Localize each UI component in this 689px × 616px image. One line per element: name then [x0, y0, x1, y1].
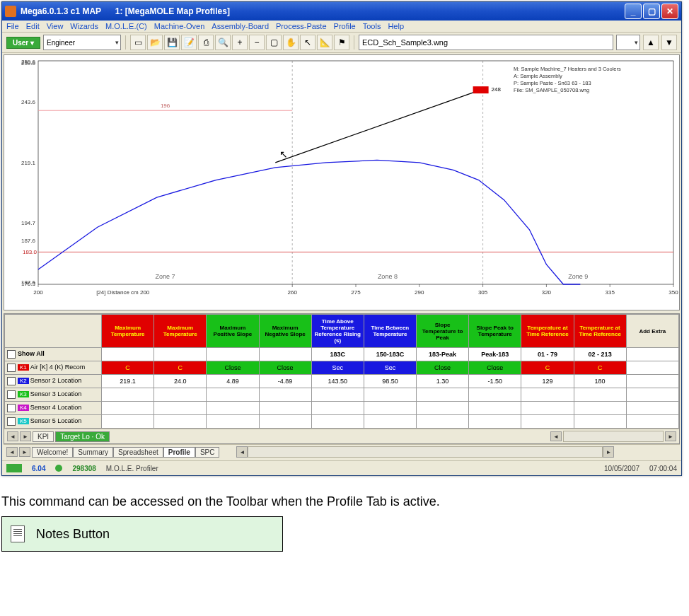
menu-tools[interactable]: Tools	[363, 22, 381, 30]
filename-field[interactable]: ECD_Sch_Sample3.wng	[359, 35, 613, 50]
data-cell[interactable]: 24.0	[154, 375, 207, 388]
data-cell[interactable]	[469, 402, 521, 415]
menu-view[interactable]: View	[47, 22, 64, 30]
scroll-right-icon[interactable]: ►	[603, 446, 614, 458]
data-cell[interactable]	[521, 402, 574, 415]
data-cell[interactable]	[626, 361, 678, 375]
menu-help[interactable]: Help	[388, 22, 404, 30]
filename-dropdown[interactable]	[616, 35, 640, 50]
row-checkbox[interactable]	[7, 364, 16, 372]
data-cell[interactable]	[207, 415, 259, 429]
grid-hscrollbar[interactable]	[563, 431, 664, 442]
row-checkbox[interactable]	[7, 404, 16, 412]
role-select[interactable]: Engineer	[43, 35, 121, 50]
data-cell[interactable]: C	[574, 361, 626, 375]
col-header[interactable]: Slope Temperature to Peak	[417, 315, 469, 348]
data-cell[interactable]: 4.89	[207, 375, 259, 388]
col-header[interactable]: Maximum Positive Slope	[207, 315, 259, 348]
table-row[interactable]: K2Sensor 2 Location219.124.04.89-4.89143…	[5, 375, 679, 388]
mini-tab-prev[interactable]: ◄	[7, 431, 18, 441]
col-header[interactable]: Maximum Temperature	[102, 315, 154, 348]
search-icon[interactable]: 🔍	[215, 35, 231, 50]
data-cell[interactable]	[311, 388, 364, 402]
mini-tab-targetlook[interactable]: Target Lo · Ok	[55, 431, 110, 442]
save-icon[interactable]: 💾	[164, 35, 180, 50]
data-cell[interactable]: C	[102, 361, 154, 375]
chart-pane[interactable]: Zone 7Zone 8Zone 9183.0196187.6170.3194.…	[4, 54, 680, 310]
data-cell[interactable]: Sec	[311, 361, 364, 375]
cursor-icon[interactable]: ↖	[300, 35, 315, 50]
tab-welcome[interactable]: Welcome!	[32, 447, 73, 458]
data-cell[interactable]: 219.1	[102, 375, 154, 388]
col-header[interactable]: Slope Peak to Temperature	[469, 315, 521, 348]
data-cell[interactable]	[469, 415, 521, 429]
scroll-left-icon[interactable]: ◄	[236, 446, 248, 458]
minimize-button[interactable]: _	[625, 4, 642, 19]
data-cell[interactable]	[259, 415, 311, 429]
data-cell[interactable]: C	[154, 361, 207, 375]
menu-profile[interactable]: Profile	[334, 22, 356, 30]
title-bar[interactable]: Mega6.0.1.3 c1 MAP 1: [MegaMOLE Map Prof…	[2, 2, 681, 21]
col-header[interactable]: Temperature at Time Reference	[574, 315, 626, 348]
mini-tab-kpi[interactable]: KPI	[33, 431, 54, 442]
close-button[interactable]: ✕	[661, 4, 678, 19]
tab-profile[interactable]: Profile	[163, 447, 195, 458]
sheet-hscroll[interactable]: ◄ ►	[236, 446, 614, 458]
data-cell[interactable]	[102, 388, 154, 402]
data-cell[interactable]	[574, 388, 626, 402]
menu-molec[interactable]: M.O.L.E.(C)	[105, 22, 147, 30]
tab-spc[interactable]: SPC	[195, 447, 220, 458]
data-cell[interactable]	[626, 402, 678, 415]
table-row[interactable]: K3Sensor 3 Location	[5, 388, 679, 402]
data-cell[interactable]: C	[521, 361, 574, 375]
menu-file[interactable]: File	[6, 22, 19, 30]
zoom-in-icon[interactable]: +	[232, 35, 248, 50]
scroll-right-button[interactable]: ►	[665, 431, 676, 441]
new-icon[interactable]: ▭	[130, 35, 146, 50]
col-header[interactable]: Time Between Temperature	[364, 315, 416, 348]
menu-edit[interactable]: Edit	[26, 22, 40, 30]
col-header[interactable]: Maximum Temperature	[154, 315, 207, 348]
data-cell[interactable]: -4.89	[259, 375, 311, 388]
data-cell[interactable]	[259, 402, 311, 415]
measure-icon[interactable]: 📐	[317, 35, 332, 50]
tab-summary[interactable]: Summary	[73, 447, 113, 458]
col-header[interactable]: Temperature at Time Reference	[521, 315, 574, 348]
data-cell[interactable]	[626, 375, 678, 388]
user-dropdown[interactable]: User ▾	[6, 37, 40, 49]
maximize-button[interactable]: ▢	[643, 4, 660, 19]
row-checkbox[interactable]	[7, 390, 16, 399]
nav-up-button[interactable]: ▲	[643, 35, 659, 50]
sheet-tab-prev[interactable]: ◄	[6, 447, 18, 457]
data-cell[interactable]: 143.50	[311, 375, 364, 388]
col-header[interactable]: Time Above Temperature Reference Rising …	[311, 315, 364, 348]
note-icon[interactable]: 📝	[181, 35, 197, 50]
data-cell[interactable]: Sec	[364, 361, 416, 375]
data-cell[interactable]	[102, 415, 154, 429]
data-cell[interactable]	[311, 415, 364, 429]
data-cell[interactable]	[311, 402, 364, 415]
data-cell[interactable]	[364, 388, 416, 402]
showall-checkbox[interactable]	[7, 350, 16, 359]
data-cell[interactable]	[521, 388, 574, 402]
tab-spreadsheet[interactable]: Spreadsheet	[113, 447, 163, 458]
data-cell[interactable]	[626, 388, 678, 402]
data-cell[interactable]: Close	[417, 361, 469, 375]
nav-down-button[interactable]: ▼	[661, 35, 677, 50]
data-cell[interactable]: Close	[469, 361, 521, 375]
flag-icon[interactable]: ⚑	[334, 35, 349, 50]
data-cell[interactable]	[574, 402, 626, 415]
print-icon[interactable]: ⎙	[198, 35, 214, 50]
data-cell[interactable]	[469, 388, 521, 402]
col-header[interactable]: Add Extra	[626, 315, 678, 348]
table-row[interactable]: K5Sensor 5 Location	[5, 415, 679, 429]
menu-processpaste[interactable]: Process-Paste	[276, 22, 327, 30]
data-cell[interactable]	[259, 388, 311, 402]
sheet-tab-next[interactable]: ►	[19, 447, 30, 457]
data-cell[interactable]	[207, 388, 259, 402]
zoom-out-icon[interactable]: −	[249, 35, 265, 50]
data-cell[interactable]: 129	[521, 375, 574, 388]
row-checkbox[interactable]	[7, 417, 16, 426]
data-cell[interactable]	[154, 402, 207, 415]
data-cell[interactable]	[154, 388, 207, 402]
